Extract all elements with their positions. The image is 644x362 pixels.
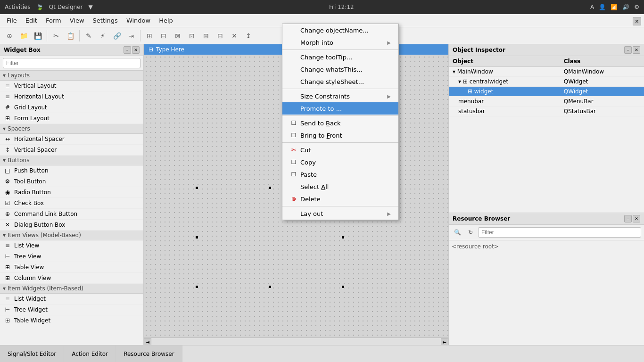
toolbar-layout-v-button[interactable]: ⊟ (157, 29, 170, 42)
app-arrow-icon[interactable]: ▼ (88, 4, 92, 10)
selection-handle-bm (269, 286, 271, 288)
toolbar-signal-edit-button[interactable]: ⚡ (96, 29, 109, 42)
object-inspector-restore-button[interactable]: – (624, 46, 632, 54)
list-widget-icon: ≡ (4, 295, 11, 303)
ctx-cut[interactable]: ✂ Cut (282, 144, 398, 156)
tab-action-editor[interactable]: Action Editor (64, 346, 116, 362)
widget-table-view[interactable]: ⊞ Table View (0, 262, 143, 273)
ctx-sep-2 (282, 89, 398, 89)
ctx-paste[interactable]: ☐ Paste (282, 168, 398, 181)
tab-resource-browser[interactable]: Resource Browser (116, 346, 182, 362)
toolbar-adjust-size-button[interactable]: ↕ (242, 29, 255, 42)
resource-browser-controls: – ✕ (624, 215, 640, 222)
menu-file[interactable]: File (3, 16, 21, 25)
ctx-bring-to-front[interactable]: ☐ Bring to Front (282, 129, 398, 141)
ctx-lay-out[interactable]: Lay out ▶ (282, 207, 398, 220)
menu-settings[interactable]: Settings (89, 16, 122, 25)
class-menubar-cell: QMenuBar (560, 97, 644, 107)
widget-vertical-layout[interactable]: ≡ Vertical Layout (0, 81, 143, 91)
ctx-select-all[interactable]: Select All (282, 181, 398, 193)
table-row[interactable]: ⊞ widget QWidget (449, 87, 644, 97)
table-row[interactable]: menubar QMenuBar (449, 97, 644, 107)
toolbar-tab-edit-button[interactable]: ⇥ (124, 29, 138, 42)
toolbar-buddy-edit-button[interactable]: 🔗 (110, 29, 124, 42)
menu-help[interactable]: Help (155, 16, 177, 25)
widget-box-restore-button[interactable]: – (124, 46, 131, 54)
ctx-promote-to[interactable]: Promote to ... (282, 102, 398, 115)
toolbar-layout-split-v-button[interactable]: ⊡ (185, 29, 198, 42)
widget-filter-input[interactable] (3, 58, 140, 68)
category-spacers[interactable]: ▾ Spacers (0, 124, 143, 134)
table-row[interactable]: ▾ ⊞ centralwidget QWidget (449, 77, 644, 87)
ctx-change-tooltip[interactable]: Change toolTip... (282, 51, 398, 63)
ctx-copy[interactable]: ☐ Copy (282, 156, 398, 168)
tab-signal-slot-label: Signal/Slot Editor (8, 351, 56, 357)
widget-dialog-button-box[interactable]: ✕ Dialog Button Box (0, 220, 143, 230)
widget-vertical-spacer[interactable]: ↕ Vertical Spacer (0, 145, 143, 156)
category-buttons[interactable]: ▾ Buttons (0, 156, 143, 165)
toolbar-break-layout-button[interactable]: ✕ (228, 29, 241, 42)
app-name-label[interactable]: Qt Designer (49, 4, 83, 10)
resource-filter-input[interactable] (478, 227, 641, 238)
widget-horizontal-layout[interactable]: ≡ Horizontal Layout (0, 91, 143, 102)
resource-refresh-button[interactable]: ↻ (465, 227, 476, 238)
category-buttons-label: Buttons (8, 157, 29, 164)
ctx-delete[interactable]: ⊗ Delete (282, 193, 398, 205)
menu-view[interactable]: View (66, 16, 88, 25)
toolbar-cut-button[interactable]: ✂ (50, 29, 63, 42)
menu-form[interactable]: Form (42, 16, 65, 25)
toolbar-layout-split-h-button[interactable]: ⊠ (171, 29, 184, 42)
widget-radio-button-label: Radio Button (14, 189, 51, 196)
widget-column-view[interactable]: ⊞ Column View (0, 273, 143, 284)
ctx-lay-out-arrow-icon: ▶ (387, 211, 391, 216)
ctx-change-object-name[interactable]: Change objectName... (282, 24, 398, 36)
toolbar-save-button[interactable]: 💾 (31, 29, 44, 42)
hscroll-right-button[interactable]: ► (441, 338, 448, 345)
ctx-send-to-back[interactable]: ☐ Send to Back (282, 117, 398, 129)
widget-horizontal-spacer[interactable]: ↔ Horizontal Spacer (0, 134, 143, 145)
resource-browser-restore-button[interactable]: – (624, 215, 632, 222)
hscroll-left-button[interactable]: ◄ (144, 338, 151, 345)
toolbar-copy-button[interactable]: 📋 (64, 29, 77, 42)
widget-form-layout[interactable]: ⊞ Form Layout (0, 113, 143, 124)
widget-list-view[interactable]: ≡ List View (0, 240, 143, 251)
widget-command-link-button[interactable]: ⊕ Command Link Button (0, 209, 143, 220)
widget-tree-widget[interactable]: ⊢ Tree Widget (0, 304, 143, 315)
ctx-change-stylesheet[interactable]: Change styleSheet... (282, 75, 398, 88)
activities-label[interactable]: Activities (5, 4, 31, 10)
category-item-widgets[interactable]: ▾ Item Widgets (Item-Based) (0, 284, 143, 294)
category-item-views[interactable]: ▾ Item Views (Model-Based) (0, 230, 143, 240)
widget-push-button-label: Push Button (14, 167, 49, 174)
ctx-morph-into[interactable]: Morph into ▶ (282, 36, 398, 49)
menu-edit[interactable]: Edit (22, 16, 41, 25)
widget-list-widget[interactable]: ≡ List Widget (0, 294, 143, 304)
menu-window[interactable]: Window (123, 16, 154, 25)
toolbar-layout-h-button[interactable]: ⊞ (143, 29, 156, 42)
col-class-header: Class (560, 56, 644, 67)
ctx-change-whatsthis[interactable]: Change whatsThis... (282, 63, 398, 75)
widget-tool-button[interactable]: ⚙ Tool Button (0, 176, 143, 187)
ctx-size-constraints[interactable]: Size Constraints ▶ (282, 90, 398, 102)
resource-search-button[interactable]: 🔍 (452, 227, 463, 238)
toolbar-layout-grid-button[interactable]: ⊞ (199, 29, 213, 42)
table-row[interactable]: statusbar QStatusBar (449, 107, 644, 116)
toolbar-open-button[interactable]: 📁 (17, 29, 30, 42)
toolbar-widget-edit-button[interactable]: ✎ (82, 29, 95, 42)
toolbar-new-button[interactable]: ⊕ (3, 29, 16, 42)
tab-signal-slot-editor[interactable]: Signal/Slot Editor (0, 346, 64, 362)
window-close-button[interactable]: ✕ (633, 17, 641, 25)
resource-browser-close-button[interactable]: ✕ (633, 215, 640, 222)
widget-box-close-button[interactable]: ✕ (132, 46, 140, 54)
table-row[interactable]: ▾ MainWindow QMainWindow (449, 67, 644, 77)
object-inspector-close-button[interactable]: ✕ (633, 46, 640, 54)
widget-table-widget[interactable]: ⊞ Table Widget (0, 315, 143, 326)
ctx-change-object-label: Change objectName... (300, 27, 369, 34)
canvas-hscrollbar[interactable]: ◄ ► (144, 337, 448, 345)
widget-radio-button[interactable]: ◉ Radio Button (0, 187, 143, 198)
widget-grid-layout[interactable]: # Grid Layout (0, 102, 143, 113)
toolbar-layout-form-button[interactable]: ⊟ (214, 29, 227, 42)
widget-push-button[interactable]: □ Push Button (0, 165, 143, 176)
widget-tree-view[interactable]: ⊢ Tree View (0, 251, 143, 262)
category-layouts[interactable]: ▾ Layouts (0, 71, 143, 81)
widget-check-box[interactable]: ☑ Check Box (0, 198, 143, 209)
